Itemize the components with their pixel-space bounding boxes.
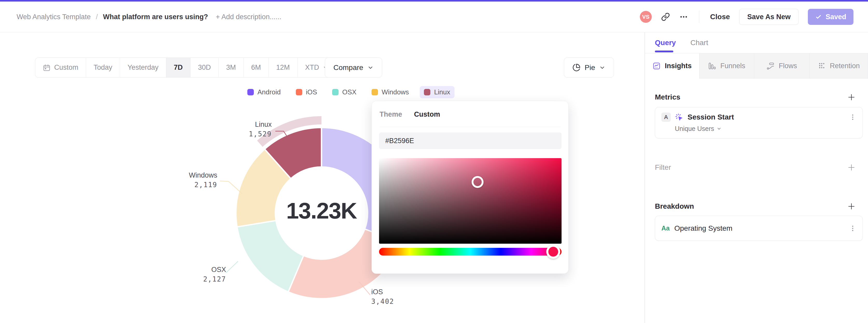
color-picker-popup: Theme Custom [372, 101, 568, 274]
add-filter-icon[interactable] [847, 163, 856, 172]
date-range-12m[interactable]: 12M [269, 58, 298, 77]
slice-label-name: Linux [230, 120, 272, 129]
metric-letter-badge: A [661, 112, 671, 122]
date-range-3m[interactable]: 3M [219, 58, 244, 77]
breadcrumb: Web Analytics Template / What platform a… [17, 13, 281, 21]
slice-label-value: 3,402 [371, 297, 423, 306]
slice-label-name: Windows [176, 170, 217, 180]
legend-swatch [296, 89, 302, 95]
saved-button[interactable]: Saved [808, 9, 854, 25]
tab-flows[interactable]: Flows [754, 54, 810, 78]
date-range-custom[interactable]: Custom [35, 58, 86, 77]
header-divider [699, 11, 699, 23]
slice-label-osx: OSX2,127 [185, 265, 226, 284]
breakdown-property-name: Operating System [674, 224, 844, 232]
close-button[interactable]: Close [710, 13, 730, 21]
retention-icon [818, 62, 826, 70]
legend-swatch [372, 89, 378, 95]
breakdown-card[interactable]: Aa Operating System [655, 216, 863, 241]
hue-slider-handle[interactable] [546, 245, 560, 259]
date-range-label: XTD [305, 64, 319, 71]
date-range-label: 7D [174, 64, 183, 71]
legend-item-ios[interactable]: iOS [292, 86, 321, 98]
query-sidebar: Query Chart InsightsFunnelsFlowsRetentio… [645, 32, 868, 323]
saturation-value-area[interactable] [379, 158, 562, 244]
date-range-30d[interactable]: 30D [191, 58, 219, 77]
date-range-yesterday[interactable]: Yesterday [120, 58, 166, 77]
metric-kebab-icon[interactable] [849, 114, 856, 121]
slice-label-ios: iOS3,402 [371, 287, 423, 306]
link-icon[interactable] [661, 12, 670, 21]
legend-item-linux[interactable]: Linux [420, 86, 454, 98]
date-range-label: Today [94, 64, 112, 71]
hex-color-input[interactable] [379, 132, 562, 149]
metrics-heading: Metrics [655, 93, 680, 101]
add-description-button[interactable]: + Add description...... [216, 13, 281, 21]
legend-label: Android [257, 88, 281, 96]
hue-slider[interactable] [379, 248, 562, 256]
active-tab-underline [655, 51, 673, 52]
compare-button-label: Compare [333, 64, 363, 72]
breakdown-section-header: Breakdown [655, 202, 863, 211]
string-type-badge: Aa [661, 225, 670, 232]
date-range-label: Custom [54, 64, 78, 71]
legend-label: iOS [306, 88, 317, 96]
metric-aggregation-dropdown[interactable]: Unique Users [675, 125, 856, 132]
metric-aggregation-label: Unique Users [675, 125, 714, 132]
tab-query[interactable]: Query [655, 39, 676, 47]
tab-funnels[interactable]: Funnels [700, 54, 754, 78]
legend-label: OSX [342, 88, 356, 96]
main-canvas: CustomTodayYesterday7D30D3M6M12MXTD Comp… [0, 32, 645, 323]
chevron-down-icon [717, 126, 721, 131]
add-breakdown-icon[interactable] [847, 202, 856, 211]
avatar[interactable]: VS [640, 11, 652, 23]
date-range-today[interactable]: Today [86, 58, 120, 77]
legend-item-android[interactable]: Android [243, 86, 285, 98]
metric-name: Session Start [687, 113, 845, 121]
tab-insights[interactable]: Insights [645, 54, 700, 78]
breadcrumb-root[interactable]: Web Analytics Template [17, 13, 91, 21]
date-range-control: CustomTodayYesterday7D30D3M6M12MXTD [35, 58, 336, 77]
slice-label-name: iOS [371, 287, 423, 297]
donut-center-total: 13.23K [270, 197, 373, 224]
slice-label-windows: Windows2,119 [176, 170, 217, 190]
date-range-7d[interactable]: 7D [166, 58, 191, 77]
date-range-6m[interactable]: 6M [244, 58, 269, 77]
legend-item-windows[interactable]: Windows [367, 86, 413, 98]
leader-line-osx [226, 261, 238, 273]
save-as-new-button[interactable]: Save As New [739, 9, 799, 25]
legend-label: Linux [434, 88, 450, 96]
tab-chart[interactable]: Chart [690, 39, 708, 47]
tab-theme[interactable]: Theme [379, 110, 402, 119]
tab-label: Insights [665, 62, 692, 70]
sidebar-tabbar: Query Chart [645, 32, 868, 54]
breadcrumb-separator: / [96, 13, 98, 21]
slice-label-value: 2,127 [185, 274, 226, 284]
slice-label-name: OSX [185, 265, 226, 274]
analysis-type-tabs: InsightsFunnelsFlowsRetention [645, 54, 868, 78]
tab-label: Retention [830, 62, 860, 70]
color-picker-tabs: Theme Custom [379, 110, 440, 119]
compare-button[interactable]: Compare [325, 58, 382, 77]
chart-type-label: Pie [585, 64, 595, 72]
legend-item-osx[interactable]: OSX [328, 86, 361, 98]
date-range-label: Yesterday [128, 64, 158, 71]
tab-retention[interactable]: Retention [810, 54, 868, 78]
add-metric-icon[interactable] [847, 93, 856, 101]
header: Web Analytics Template / What platform a… [0, 2, 868, 32]
flows-icon [767, 62, 775, 70]
page-title[interactable]: What platform are users using? [103, 13, 208, 21]
slice-label-value: 1,529 [230, 129, 272, 139]
date-range-label: 3M [226, 64, 236, 71]
popup-divider [379, 127, 560, 127]
tab-label: Flows [779, 62, 797, 70]
slice-label-linux: Linux1,529 [230, 120, 272, 139]
metric-card[interactable]: A Session Start Unique Users [655, 107, 863, 138]
chart-type-button[interactable]: Pie [564, 58, 614, 77]
tab-custom[interactable]: Custom [414, 110, 440, 119]
legend-swatch [247, 89, 254, 95]
breakdown-kebab-icon[interactable] [849, 225, 856, 232]
sidebar-content: Metrics A Session Start Unique Users Fil… [645, 93, 868, 241]
more-options-icon[interactable] [679, 12, 688, 21]
header-actions: VS Close Save As New Saved [640, 9, 854, 25]
